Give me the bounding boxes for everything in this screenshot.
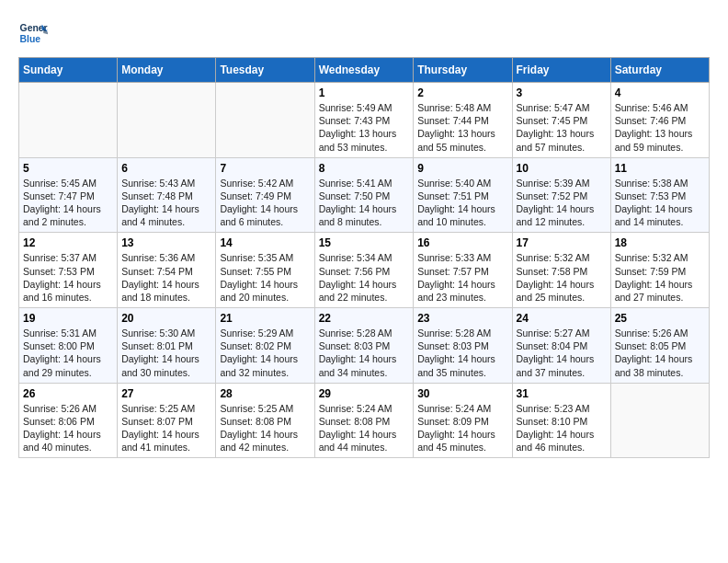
calendar-week-5: 26Sunrise: 5:26 AM Sunset: 8:06 PM Dayli… xyxy=(19,383,710,458)
day-content: Sunrise: 5:37 AM Sunset: 7:53 PM Dayligh… xyxy=(23,251,113,304)
day-content: Sunrise: 5:49 AM Sunset: 7:43 PM Dayligh… xyxy=(319,101,410,154)
day-content: Sunrise: 5:32 AM Sunset: 7:58 PM Dayligh… xyxy=(517,251,607,304)
day-content: Sunrise: 5:27 AM Sunset: 8:04 PM Dayligh… xyxy=(517,327,607,379)
calendar-cell: 16Sunrise: 5:33 AM Sunset: 7:57 PM Dayli… xyxy=(414,233,512,308)
day-number: 29 xyxy=(319,387,410,400)
calendar-cell: 18Sunrise: 5:32 AM Sunset: 7:59 PM Dayli… xyxy=(610,233,709,308)
calendar-cell: 25Sunrise: 5:26 AM Sunset: 8:05 PM Dayli… xyxy=(610,308,709,384)
day-number: 17 xyxy=(517,236,607,249)
day-content: Sunrise: 5:24 AM Sunset: 8:08 PM Dayligh… xyxy=(319,402,410,454)
calendar-cell: 1Sunrise: 5:49 AM Sunset: 7:43 PM Daylig… xyxy=(314,83,414,158)
day-number: 26 xyxy=(23,387,113,400)
day-content: Sunrise: 5:28 AM Sunset: 8:03 PM Dayligh… xyxy=(417,327,507,379)
day-content: Sunrise: 5:30 AM Sunset: 8:01 PM Dayligh… xyxy=(121,327,211,379)
calendar-cell: 12Sunrise: 5:37 AM Sunset: 7:53 PM Dayli… xyxy=(19,233,118,308)
day-number: 9 xyxy=(417,162,507,175)
day-content: Sunrise: 5:48 AM Sunset: 7:44 PM Dayligh… xyxy=(417,101,507,154)
day-number: 18 xyxy=(615,236,705,249)
day-number: 13 xyxy=(121,236,211,249)
calendar-cell: 14Sunrise: 5:35 AM Sunset: 7:55 PM Dayli… xyxy=(216,233,314,308)
calendar-cell: 11Sunrise: 5:38 AM Sunset: 7:53 PM Dayli… xyxy=(610,157,709,233)
calendar-cell: 17Sunrise: 5:32 AM Sunset: 7:58 PM Dayli… xyxy=(512,233,610,308)
day-header-wednesday: Wednesday xyxy=(314,58,414,83)
day-number: 31 xyxy=(517,387,607,400)
day-content: Sunrise: 5:42 AM Sunset: 7:49 PM Dayligh… xyxy=(220,177,310,229)
calendar-cell: 20Sunrise: 5:30 AM Sunset: 8:01 PM Dayli… xyxy=(118,308,216,384)
calendar-cell: 4Sunrise: 5:46 AM Sunset: 7:46 PM Daylig… xyxy=(610,83,709,158)
day-content: Sunrise: 5:36 AM Sunset: 7:54 PM Dayligh… xyxy=(121,251,211,304)
day-number: 6 xyxy=(121,162,211,175)
calendar-cell xyxy=(216,83,314,158)
day-number: 1 xyxy=(319,86,410,99)
calendar-cell: 19Sunrise: 5:31 AM Sunset: 8:00 PM Dayli… xyxy=(19,308,118,384)
day-number: 28 xyxy=(220,387,310,400)
day-content: Sunrise: 5:25 AM Sunset: 8:08 PM Dayligh… xyxy=(220,402,310,454)
calendar-cell: 2Sunrise: 5:48 AM Sunset: 7:44 PM Daylig… xyxy=(414,83,512,158)
calendar-header-row: SundayMondayTuesdayWednesdayThursdayFrid… xyxy=(19,58,710,83)
page-header: General Blue xyxy=(18,18,710,48)
calendar-cell: 27Sunrise: 5:25 AM Sunset: 8:07 PM Dayli… xyxy=(118,383,216,458)
day-content: Sunrise: 5:38 AM Sunset: 7:53 PM Dayligh… xyxy=(615,177,705,229)
day-content: Sunrise: 5:23 AM Sunset: 8:10 PM Dayligh… xyxy=(517,402,607,454)
day-header-friday: Friday xyxy=(512,58,610,83)
day-header-thursday: Thursday xyxy=(414,58,512,83)
calendar-cell xyxy=(19,83,118,158)
calendar-cell: 6Sunrise: 5:43 AM Sunset: 7:48 PM Daylig… xyxy=(118,157,216,233)
calendar-cell: 30Sunrise: 5:24 AM Sunset: 8:09 PM Dayli… xyxy=(414,383,512,458)
day-header-saturday: Saturday xyxy=(610,58,709,83)
day-number: 21 xyxy=(220,312,310,325)
calendar-cell: 13Sunrise: 5:36 AM Sunset: 7:54 PM Dayli… xyxy=(118,233,216,308)
day-content: Sunrise: 5:25 AM Sunset: 8:07 PM Dayligh… xyxy=(121,402,211,454)
day-content: Sunrise: 5:29 AM Sunset: 8:02 PM Dayligh… xyxy=(220,327,310,379)
day-content: Sunrise: 5:43 AM Sunset: 7:48 PM Dayligh… xyxy=(121,177,211,229)
calendar-cell: 5Sunrise: 5:45 AM Sunset: 7:47 PM Daylig… xyxy=(19,157,118,233)
calendar-cell: 26Sunrise: 5:26 AM Sunset: 8:06 PM Dayli… xyxy=(19,383,118,458)
calendar-week-3: 12Sunrise: 5:37 AM Sunset: 7:53 PM Dayli… xyxy=(19,233,710,308)
day-number: 22 xyxy=(319,312,410,325)
day-number: 11 xyxy=(615,162,705,175)
calendar-week-4: 19Sunrise: 5:31 AM Sunset: 8:00 PM Dayli… xyxy=(19,308,710,384)
calendar-cell: 24Sunrise: 5:27 AM Sunset: 8:04 PM Dayli… xyxy=(512,308,610,384)
day-number: 7 xyxy=(220,162,310,175)
day-header-sunday: Sunday xyxy=(19,58,118,83)
day-content: Sunrise: 5:39 AM Sunset: 7:52 PM Dayligh… xyxy=(517,177,607,229)
day-content: Sunrise: 5:35 AM Sunset: 7:55 PM Dayligh… xyxy=(220,251,310,304)
day-number: 19 xyxy=(23,312,113,325)
day-number: 3 xyxy=(517,86,607,99)
day-number: 4 xyxy=(615,86,705,99)
calendar-cell xyxy=(118,83,216,158)
day-number: 2 xyxy=(417,86,507,99)
calendar-table: SundayMondayTuesdayWednesdayThursdayFrid… xyxy=(18,57,710,458)
calendar-week-1: 1Sunrise: 5:49 AM Sunset: 7:43 PM Daylig… xyxy=(19,83,710,158)
day-number: 23 xyxy=(417,312,507,325)
day-number: 20 xyxy=(121,312,211,325)
day-number: 5 xyxy=(23,162,113,175)
day-number: 14 xyxy=(220,236,310,249)
calendar-cell: 28Sunrise: 5:25 AM Sunset: 8:08 PM Dayli… xyxy=(216,383,314,458)
day-content: Sunrise: 5:24 AM Sunset: 8:09 PM Dayligh… xyxy=(417,402,507,454)
logo: General Blue xyxy=(18,18,51,48)
day-header-tuesday: Tuesday xyxy=(216,58,314,83)
calendar-cell xyxy=(610,383,709,458)
day-content: Sunrise: 5:46 AM Sunset: 7:46 PM Dayligh… xyxy=(615,101,705,154)
day-number: 24 xyxy=(517,312,607,325)
calendar-cell: 15Sunrise: 5:34 AM Sunset: 7:56 PM Dayli… xyxy=(314,233,414,308)
logo-icon: General Blue xyxy=(18,18,48,48)
day-number: 30 xyxy=(417,387,507,400)
day-number: 27 xyxy=(121,387,211,400)
calendar-cell: 21Sunrise: 5:29 AM Sunset: 8:02 PM Dayli… xyxy=(216,308,314,384)
calendar-cell: 3Sunrise: 5:47 AM Sunset: 7:45 PM Daylig… xyxy=(512,83,610,158)
calendar-cell: 23Sunrise: 5:28 AM Sunset: 8:03 PM Dayli… xyxy=(414,308,512,384)
calendar-cell: 9Sunrise: 5:40 AM Sunset: 7:51 PM Daylig… xyxy=(414,157,512,233)
day-number: 8 xyxy=(319,162,410,175)
day-content: Sunrise: 5:40 AM Sunset: 7:51 PM Dayligh… xyxy=(417,177,507,229)
calendar-cell: 10Sunrise: 5:39 AM Sunset: 7:52 PM Dayli… xyxy=(512,157,610,233)
day-content: Sunrise: 5:34 AM Sunset: 7:56 PM Dayligh… xyxy=(319,251,410,304)
calendar-cell: 8Sunrise: 5:41 AM Sunset: 7:50 PM Daylig… xyxy=(314,157,414,233)
svg-text:Blue: Blue xyxy=(20,34,41,44)
day-content: Sunrise: 5:45 AM Sunset: 7:47 PM Dayligh… xyxy=(23,177,113,229)
day-content: Sunrise: 5:33 AM Sunset: 7:57 PM Dayligh… xyxy=(417,251,507,304)
day-number: 15 xyxy=(319,236,410,249)
day-content: Sunrise: 5:26 AM Sunset: 8:05 PM Dayligh… xyxy=(615,327,705,379)
day-number: 16 xyxy=(417,236,507,249)
